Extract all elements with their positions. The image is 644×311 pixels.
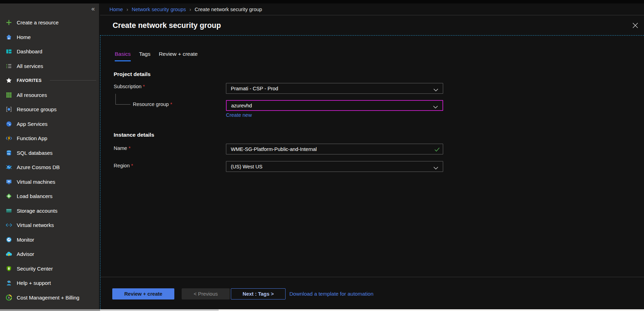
sidebar-item-all-resources[interactable]: All resources	[0, 88, 99, 103]
name-input[interactable]	[226, 144, 443, 154]
cosmos-db-icon	[6, 164, 12, 170]
review-create-button[interactable]: Review + create	[112, 288, 174, 299]
sidebar-item-all-services[interactable]: All services	[0, 59, 99, 74]
sidebar-item-label: Resource groups	[17, 106, 56, 112]
sidebar-item-monitor[interactable]: Monitor	[0, 233, 99, 247]
title-bar: Create network security group	[100, 16, 644, 35]
chevron-down-icon	[433, 87, 438, 93]
sidebar-item-label: All resources	[17, 92, 47, 98]
required-asterisk: *	[129, 145, 131, 151]
sidebar-item-label: Virtual machines	[17, 179, 55, 185]
previous-button[interactable]: < Previous	[182, 288, 230, 299]
download-template-link[interactable]: Download a template for automation	[289, 288, 373, 299]
breadcrumb-separator: ›	[189, 6, 191, 12]
sidebar-item-app-services[interactable]: App Services	[0, 117, 99, 131]
svg-text:$: $	[8, 296, 10, 299]
sidebar-item-create-a-resource[interactable]: Create a resource	[0, 15, 99, 30]
tab-tags[interactable]: Tags	[139, 51, 151, 61]
required-asterisk: *	[143, 84, 145, 89]
help-support-icon	[6, 280, 12, 286]
sidebar-item-label: Monitor	[17, 237, 34, 243]
sidebar-item-label: FAVORITES	[17, 78, 42, 83]
monitor-icon	[6, 236, 12, 243]
sidebar-item-label: Dashboard	[17, 48, 42, 54]
resource-groups-icon	[6, 106, 12, 113]
sidebar-item-label: All services	[17, 63, 43, 69]
sidebar: « Create a resource Home Dashboard All s…	[0, 3, 99, 309]
tab-review-create[interactable]: Review + create	[159, 51, 198, 61]
azure-portal-window: « Create a resource Home Dashboard All s…	[0, 0, 644, 311]
sidebar-item-label: Load balancers	[17, 193, 53, 199]
sidebar-item-azure-cosmos-db[interactable]: Azure Cosmos DB	[0, 160, 99, 175]
subscription-value: Pramati - CSP - Prod	[231, 86, 278, 91]
virtual-machines-icon	[6, 179, 12, 185]
dashboard-icon	[6, 48, 12, 55]
svg-text:SQL: SQL	[7, 153, 11, 154]
valid-check-icon	[434, 147, 440, 153]
breadcrumb-current: Create network security group	[195, 7, 262, 12]
chevron-down-icon	[433, 165, 438, 171]
star-icon	[6, 77, 12, 84]
sidebar-item-storage-accounts[interactable]: Storage accounts	[0, 204, 99, 218]
sidebar-item-favorites[interactable]: FAVORITES	[0, 73, 99, 88]
resource-group-connector-line	[115, 94, 130, 105]
sidebar-item-advisor[interactable]: Advisor	[0, 247, 99, 261]
load-balancers-icon	[6, 193, 12, 199]
sidebar-item-label: SQL databases	[17, 150, 53, 156]
name-field-wrap	[226, 144, 443, 154]
breadcrumb-separator: ›	[127, 6, 128, 12]
breadcrumb-link-network-security-groups[interactable]: Network security groups	[132, 7, 186, 12]
sidebar-item-security-center[interactable]: Security Center	[0, 261, 99, 276]
sidebar-item-dashboard[interactable]: Dashboard	[0, 44, 99, 59]
sidebar-item-label: Cost Management + Billing	[17, 295, 79, 301]
app-services-icon	[6, 121, 12, 127]
next-tags-button[interactable]: Next : Tags >	[231, 288, 286, 299]
breadcrumb: Home › Network security groups › Create …	[100, 3, 644, 15]
resource-group-dropdown[interactable]: azurevhd	[226, 100, 443, 111]
name-label: Name*	[114, 145, 130, 151]
window-top-strip	[0, 0, 644, 3]
sidebar-collapse-button[interactable]: «	[91, 6, 95, 12]
footer-divider	[100, 277, 644, 277]
cost-management-icon: $	[6, 294, 12, 301]
sidebar-item-virtual-networks[interactable]: Virtual networks	[0, 218, 99, 233]
all-resources-icon	[6, 92, 12, 98]
region-value: (US) West US	[231, 164, 263, 169]
sql-databases-icon: SQL	[6, 150, 12, 156]
sidebar-item-home[interactable]: Home	[0, 30, 99, 45]
create-new-link[interactable]: Create new	[226, 112, 252, 118]
breadcrumb-link-home[interactable]: Home	[109, 7, 123, 12]
subscription-dropdown[interactable]: Pramati - CSP - Prod	[226, 83, 443, 94]
sidebar-item-resource-groups[interactable]: Resource groups	[0, 102, 99, 117]
region-label: Region*	[114, 162, 133, 169]
resource-group-label: Resource group*	[133, 101, 172, 107]
advisor-icon	[6, 251, 12, 257]
instance-details-heading: Instance details	[114, 132, 154, 138]
subscription-label: Subscription*	[114, 83, 145, 90]
region-dropdown[interactable]: (US) West US	[226, 161, 443, 172]
close-icon[interactable]	[632, 22, 638, 29]
sidebar-item-label: Function App	[17, 135, 47, 141]
sidebar-item-sql-databases[interactable]: SQL SQL databases	[0, 146, 99, 160]
chevron-down-icon	[433, 104, 438, 110]
home-icon	[6, 34, 12, 40]
sidebar-item-function-app[interactable]: Function App	[0, 131, 99, 146]
sidebar-item-label: Help + support	[17, 280, 51, 286]
storage-accounts-icon	[6, 207, 12, 214]
sidebar-nav: Create a resource Home Dashboard All ser…	[0, 15, 99, 305]
sidebar-item-label: Create a resource	[17, 20, 59, 25]
sidebar-item-help-support[interactable]: Help + support	[0, 276, 99, 290]
sidebar-item-load-balancers[interactable]: Load balancers	[0, 189, 99, 204]
main-content: Home › Network security groups › Create …	[100, 3, 644, 309]
sidebar-item-label: Virtual networks	[17, 222, 54, 228]
window-bottom-edge	[0, 309, 644, 311]
required-asterisk: *	[131, 163, 133, 168]
sidebar-item-label: Azure Cosmos DB	[17, 164, 60, 170]
sidebar-item-cost-management-billing[interactable]: $ Cost Management + Billing	[0, 290, 99, 305]
resource-group-value: azurevhd	[231, 103, 252, 108]
sidebar-item-label: Security Center	[17, 266, 53, 272]
tab-bar: Basics Tags Review + create	[115, 51, 198, 61]
tab-basics[interactable]: Basics	[115, 51, 131, 61]
required-asterisk: *	[170, 101, 172, 107]
sidebar-item-virtual-machines[interactable]: Virtual machines	[0, 175, 99, 189]
